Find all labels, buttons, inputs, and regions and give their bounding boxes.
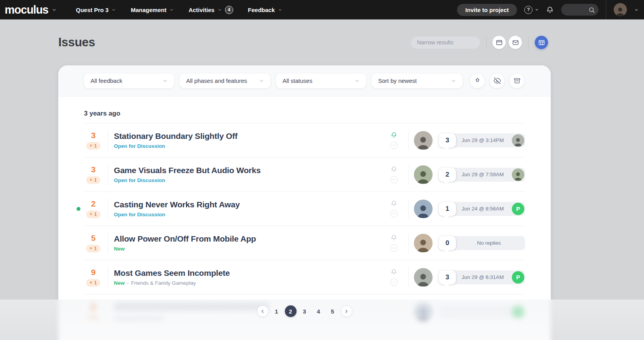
divider [408,198,408,219]
mark-seen-button[interactable] [390,176,398,183]
reply-cluster[interactable]: 3 Jun 29 @ 6:31AM P [439,270,525,284]
notifications-bell-button[interactable] [546,6,554,14]
help-menu[interactable] [524,6,539,14]
issue-row: 3 1 Game Visuals Freeze But Audio Works … [84,158,525,192]
notify-column [390,234,398,252]
bell-icon [391,234,397,241]
page-button-2-active[interactable]: 2 [285,305,297,317]
vote-count: 5 [91,233,96,243]
author-avatar [414,131,433,150]
last-reply-date: Jun 24 @ 8:56AM [456,202,510,216]
issue-title[interactable]: Stationary Boundary Slightly Off [114,131,237,141]
issue-status: Open for Discussion [114,143,237,149]
mark-seen-button[interactable] [390,210,398,217]
previous-page-button[interactable] [257,305,269,317]
subscribe-bell-button[interactable] [391,234,397,241]
hide-button[interactable] [490,74,504,88]
reply-count-bubble[interactable]: 0 [439,236,456,250]
table-grid-icon [538,39,545,46]
search-input[interactable] [565,7,588,13]
reply-cluster[interactable]: 3 Jun 29 @ 3:14PM [439,133,525,147]
nav-item-activities[interactable]: Activities 4 [181,0,241,19]
email-digest-button[interactable] [509,36,522,49]
upvote-button[interactable]: 1 [86,245,100,252]
issue-title[interactable]: Most Games Seem Incomplete [114,268,230,278]
upvote-button[interactable]: 1 [86,210,100,218]
upvote-button[interactable]: 1 [86,142,100,150]
next-page-button[interactable] [341,305,353,317]
issue-summary[interactable]: Casting Never Works Right Away Open for … [114,200,240,217]
issue-title[interactable]: Casting Never Works Right Away [114,200,240,209]
reply-count-bubble[interactable]: 1 [439,202,456,216]
upload-arrow-icon [474,77,481,84]
chevron-down-icon [218,8,222,12]
phases-filter-select[interactable]: All phases and features [180,74,271,88]
issue-summary[interactable]: Stationary Boundary Slightly Off Open fo… [114,131,237,149]
nav-item-management[interactable]: Management [123,0,181,19]
chevron-down-icon [259,78,264,84]
issue-summary[interactable]: Game Visuals Freeze But Audio Works Open… [114,166,261,183]
reply-cluster[interactable]: 2 Jun 29 @ 7:59AM [439,168,525,182]
chevron-down-icon [162,78,168,84]
bell-icon [391,131,397,138]
issue-summary[interactable]: Allow Power On/Off From Mobile App New [114,234,256,252]
user-avatar[interactable] [614,3,627,16]
issue-title[interactable]: Allow Power On/Off From Mobile App [114,234,256,244]
bell-icon [391,268,397,275]
reply-count-bubble[interactable]: 2 [439,168,456,182]
upvote-button[interactable]: 1 [86,279,100,287]
narrow-results-input[interactable] [410,36,480,49]
help-icon [524,6,532,14]
nav-item-feedback[interactable]: Feedback [241,0,290,19]
mark-seen-button[interactable] [390,279,398,286]
archive-button[interactable] [510,74,524,88]
page-button-4[interactable]: 4 [313,305,325,317]
upvote-button[interactable]: 1 [86,176,100,184]
sort-select[interactable]: Sort by newest [372,74,462,88]
divider [108,164,108,185]
author-avatar [414,268,433,287]
reply-cluster[interactable]: 1 Jun 24 @ 8:56AM P [439,202,525,216]
window-icon [496,39,503,46]
up-arrow-icon [89,144,93,148]
logo-menu[interactable]: moculus [5,4,57,16]
issue-status: New [114,280,125,286]
subscribe-bell-button[interactable] [391,268,397,275]
global-search[interactable] [561,4,599,16]
subscribe-bell-button[interactable] [391,200,397,207]
nav-item-quest-pro-3[interactable]: Quest Pro 3 [68,0,123,19]
mark-seen-button[interactable] [390,244,398,252]
page-button-3[interactable]: 3 [299,305,311,317]
user-menu-chevron-icon[interactable] [634,8,639,12]
subscribe-bell-button[interactable] [391,131,397,138]
topnav-right-cluster: Invite to project [457,0,639,19]
feedback-filter-select[interactable]: All feedback [84,74,174,88]
status-filter-select[interactable]: All statuses [276,74,366,88]
issue-title[interactable]: Game Visuals Freeze But Audio Works [114,166,261,175]
upvote-count: 1 [94,177,97,183]
reply-count-bubble[interactable]: 3 [439,270,456,284]
table-view-button[interactable] [535,36,548,49]
export-button[interactable] [470,74,485,88]
author-avatar [414,200,433,218]
chevron-down-icon [392,280,396,284]
page-button-1[interactable]: 1 [271,305,283,317]
page-button-5[interactable]: 5 [327,305,339,317]
issue-row-right: 1 Jun 24 @ 8:56AM P [390,198,525,219]
board-view-button[interactable] [492,36,506,49]
nav-item-label: Management [131,7,166,13]
vote-count: 3 [91,165,96,174]
primary-nav: Quest Pro 3 Management Activities 4 Feed… [68,0,290,19]
invite-to-project-button[interactable]: Invite to project [457,4,517,16]
envelope-icon [512,39,519,46]
divider [486,36,487,49]
reply-cluster[interactable]: 0 No replies [439,236,525,250]
mark-seen-button[interactable] [390,142,398,149]
issue-row: 3 1 Stationary Boundary Slightly Off Ope… [84,123,525,158]
bell-icon [391,166,397,172]
divider [408,233,408,254]
vote-column: 2 1 [84,199,103,218]
issue-summary[interactable]: Most Games Seem Incomplete NewFriends & … [114,268,230,286]
reply-count-bubble[interactable]: 3 [439,133,456,147]
subscribe-bell-button[interactable] [391,166,397,172]
